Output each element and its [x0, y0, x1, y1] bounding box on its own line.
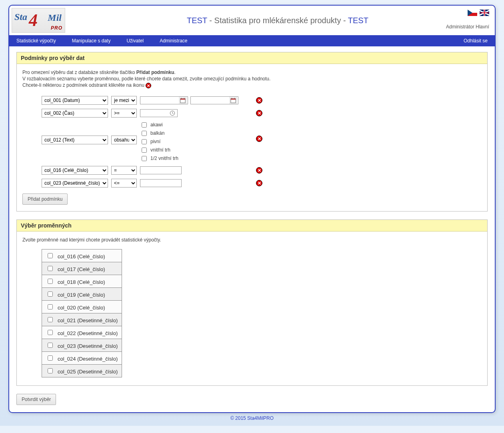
- variables-panel-title: Výběr proměnných: [17, 220, 487, 231]
- confirm-button[interactable]: Potvrdit výběr: [16, 394, 56, 405]
- column-select[interactable]: col_012 (Text): [42, 136, 108, 144]
- variable-row[interactable]: col_019 (Celé_číslo): [42, 287, 122, 300]
- variable-row[interactable]: col_022 (Desetinné_číslo): [42, 326, 122, 339]
- footer: © 2015 Sta4MilPRO: [5, 413, 499, 421]
- checkbox-option[interactable]: pivní: [140, 138, 178, 146]
- conditions-panel-title: Podmínky pro výběr dat: [17, 52, 487, 64]
- checkbox-option[interactable]: 1/2 vnitřní trh: [140, 155, 178, 162]
- delete-condition-button[interactable]: ✕: [256, 136, 262, 142]
- variable-row[interactable]: col_017 (Celé_číslo): [42, 262, 122, 275]
- variable-checkbox[interactable]: [48, 330, 53, 335]
- variable-row[interactable]: col_016 (Celé_číslo): [42, 249, 122, 262]
- checkbox-option[interactable]: balkán: [140, 130, 178, 137]
- condition-row: col_012 (Text) obsahuje akawi balkán piv…: [42, 121, 482, 162]
- header-right: Administrátor Hlavní: [446, 10, 489, 30]
- column-select[interactable]: col_016 (Celé_číslo): [42, 166, 108, 175]
- column-select[interactable]: col_023 (Desetinné_číslo): [42, 179, 108, 188]
- flag-cz-icon[interactable]: [468, 10, 477, 16]
- calendar-icon[interactable]: [229, 97, 237, 104]
- time-input[interactable]: [140, 109, 178, 117]
- variable-checkbox[interactable]: [48, 368, 53, 373]
- condition-row: col_016 (Celé_číslo) = ✕: [42, 166, 482, 175]
- delete-icon: ✕: [146, 83, 151, 88]
- delete-condition-button[interactable]: ✕: [256, 167, 262, 174]
- add-condition-button[interactable]: Přidat podmínku: [22, 194, 68, 205]
- operator-select[interactable]: =: [111, 166, 137, 175]
- variable-checkbox[interactable]: [48, 304, 53, 309]
- variables-panel: Výběr proměnných Zvolte proměnné nad kte…: [16, 219, 488, 386]
- variable-checkbox[interactable]: [48, 355, 53, 361]
- nav-item-admin[interactable]: Administrace: [160, 38, 187, 44]
- checkbox-option[interactable]: vnitřní trh: [140, 146, 178, 154]
- variable-checkbox[interactable]: [48, 343, 53, 348]
- value-input[interactable]: [140, 179, 182, 187]
- logo: Sta 4 Mil PRO: [12, 8, 65, 33]
- app-frame: Sta 4 Mil PRO TEST - Statistika pro mlék…: [8, 5, 496, 413]
- variables-intro: Zvolte proměnné nad kterými chcete prová…: [22, 237, 482, 243]
- page-title: TEST - Statistika pro mlékárenské produk…: [65, 16, 490, 25]
- calendar-icon[interactable]: [179, 97, 187, 104]
- delete-condition-button[interactable]: ✕: [256, 110, 262, 116]
- operator-select[interactable]: obsahuje: [111, 136, 137, 144]
- logo-text-four: 4: [29, 10, 38, 30]
- operator-select[interactable]: <=: [111, 179, 137, 188]
- navbar: Statistické výpočty Manipulace s daty Už…: [9, 35, 495, 46]
- conditions-list: col_001 (Datum) je mezi: [42, 96, 482, 188]
- column-select[interactable]: col_001 (Datum): [42, 96, 108, 105]
- logo-text-pro: PRO: [51, 25, 62, 31]
- variable-checkbox[interactable]: [48, 279, 53, 284]
- variable-checkbox[interactable]: [48, 291, 53, 297]
- delete-condition-button[interactable]: ✕: [256, 97, 262, 104]
- title-prefix: TEST: [187, 16, 207, 25]
- variable-checkbox[interactable]: [48, 253, 53, 258]
- delete-condition-button[interactable]: ✕: [256, 180, 262, 186]
- value-input[interactable]: [140, 166, 182, 174]
- content: Podmínky pro výběr dat Pro omezení výběr…: [9, 46, 495, 412]
- nav-item-data[interactable]: Manipulace s daty: [72, 38, 111, 44]
- title-suffix: TEST: [348, 16, 368, 25]
- operator-select[interactable]: je mezi: [111, 96, 137, 105]
- condition-row: col_001 (Datum) je mezi: [42, 96, 482, 105]
- variable-checkbox[interactable]: [48, 266, 53, 271]
- logout-link[interactable]: Odhlásit se: [464, 38, 488, 44]
- conditions-intro-2: V rozbalovacím seznamu vyberte proměnnou…: [22, 76, 482, 82]
- variable-row[interactable]: col_025 (Desetinné_číslo): [42, 364, 122, 377]
- condition-row: col_002 (Čas) >=: [42, 108, 482, 118]
- logo-text-sta: Sta: [14, 12, 27, 22]
- variable-row[interactable]: col_020 (Celé_číslo): [42, 300, 122, 313]
- variable-row[interactable]: col_018 (Celé_číslo): [42, 275, 122, 287]
- condition-row: col_023 (Desetinné_číslo) <= ✕: [42, 178, 482, 188]
- clock-icon[interactable]: [168, 110, 176, 117]
- conditions-intro-1: Pro omezení výběru dat z databáze stiskn…: [22, 70, 482, 75]
- nav-item-stats[interactable]: Statistické výpočty: [16, 38, 56, 44]
- logo-text-mil: Mil: [48, 12, 62, 23]
- nav-item-user[interactable]: Uživatel: [126, 38, 144, 44]
- variable-row[interactable]: col_023 (Desetinné_číslo): [42, 339, 122, 351]
- user-label: Administrátor Hlavní: [446, 24, 489, 30]
- checkbox-option[interactable]: akawi: [140, 121, 178, 129]
- flag-uk-icon[interactable]: [480, 10, 489, 16]
- header: Sta 4 Mil PRO TEST - Statistika pro mlék…: [9, 6, 495, 35]
- conditions-panel: Podmínky pro výběr dat Pro omezení výběr…: [16, 52, 488, 212]
- variable-row[interactable]: col_021 (Desetinné_číslo): [42, 313, 122, 326]
- column-select[interactable]: col_002 (Čas): [42, 109, 108, 118]
- svg-rect-5: [231, 98, 236, 100]
- svg-rect-1: [180, 98, 185, 100]
- variables-table: col_016 (Celé_číslo) col_017 (Celé_číslo…: [42, 249, 122, 377]
- conditions-intro-3: Chcete-li některou z podmínek odstranit …: [22, 82, 482, 88]
- date-to-input[interactable]: [190, 96, 238, 104]
- variable-checkbox[interactable]: [48, 317, 53, 322]
- date-from-input[interactable]: [140, 96, 188, 104]
- operator-select[interactable]: >=: [111, 109, 137, 118]
- title-mid: - Statistika pro mlékárenské produkty -: [207, 16, 348, 25]
- variable-row[interactable]: col_024 (Desetinné_číslo): [42, 351, 122, 364]
